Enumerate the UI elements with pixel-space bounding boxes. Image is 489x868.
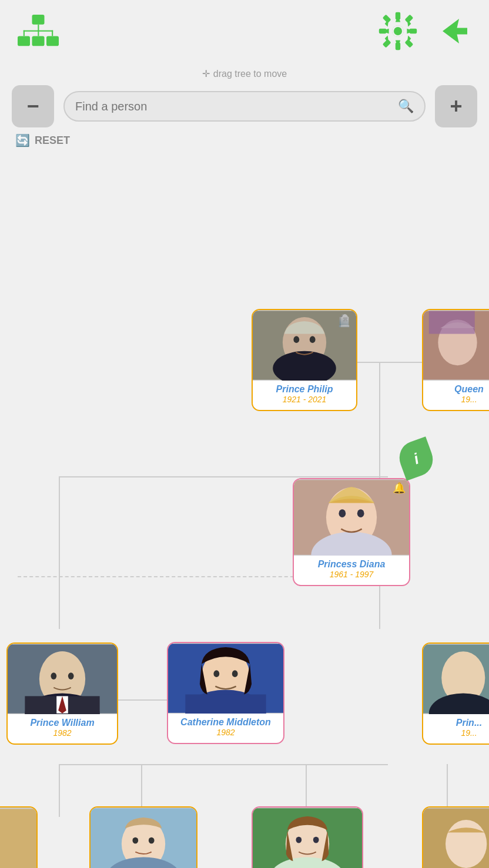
person-years: 1982 [53,728,71,738]
svg-rect-15 [410,29,417,33]
toolbar-row: − 🔍 + [12,85,477,127]
svg-point-41 [51,672,56,679]
person-card-catherine-middleton[interactable]: Catherine Middleton 1982 [167,642,284,744]
svg-rect-19 [404,39,413,48]
svg-rect-17 [404,15,413,23]
svg-point-48 [232,670,238,677]
svg-rect-18 [383,39,391,48]
person-photo [8,644,117,714]
search-icon: 🔍 [398,99,414,114]
svg-rect-16 [383,15,391,23]
person-card-prince-william[interactable]: Prince William 1982 [6,642,118,745]
reset-button[interactable]: 🔄 RESET [15,133,70,147]
reset-icon: 🔄 [15,133,30,147]
bell-badge: 🔔 [393,482,406,494]
app-header [0,0,489,65]
person-card-prince-philip[interactable]: 🪦 Prince Philip 1921 - 2021 [252,309,357,411]
search-input[interactable] [75,100,392,113]
person-card-prince2[interactable]: Prin... 19... [422,642,489,745]
svg-point-57 [149,837,155,844]
person-name: Queen [451,384,487,395]
person-photo: 🔔 [294,479,409,556]
person-card-queen[interactable]: Queen 19... [422,309,489,411]
svg-rect-3 [46,36,59,46]
svg-rect-1 [18,36,30,46]
dashed-connector [18,576,300,577]
svg-point-56 [132,837,138,844]
zoom-in-button[interactable]: + [435,85,477,127]
svg-point-26 [310,336,316,343]
person-name: Prince William [26,718,98,728]
svg-point-61 [296,837,302,843]
svg-point-64 [446,820,487,868]
search-bar-container: 🔍 [63,91,426,122]
family-tree-canvas: 🪦 Prince Philip 1921 - 2021 [0,153,489,868]
svg-rect-0 [32,15,45,25]
person-photo [91,808,196,868]
person-photo [168,643,283,714]
info-icon: i [394,436,437,481]
person-card-unknown-left[interactable] [0,806,38,868]
svg-point-21 [394,27,402,35]
person-photo [0,808,36,868]
svg-point-47 [213,670,219,677]
svg-point-33 [339,509,346,517]
deceased-badge: 🪦 [337,314,351,328]
svg-point-34 [357,509,364,517]
person-card-princess-charlotte[interactable]: Princess Charlotte 2015 [252,806,363,868]
person-name: Catherine Middleton [177,717,274,728]
settings-icon[interactable] [377,11,418,54]
drag-hint: ✛ drag tree to move [202,68,287,79]
connector-line [59,764,60,817]
move-icon: ✛ [202,68,210,79]
svg-rect-52 [0,809,36,868]
svg-rect-4 [38,25,39,31]
svg-rect-7 [38,31,39,36]
connector-line [59,476,60,629]
org-chart-icon[interactable] [18,11,59,54]
person-years: 19... [461,395,477,404]
svg-rect-6 [24,31,25,36]
person-photo: 🪦 [253,310,356,381]
header-right-icons [377,11,471,54]
person-name: Prin... [453,718,485,728]
connector-line [59,476,388,477]
person-photo [423,644,489,714]
person-years: 1961 - 1997 [330,570,374,579]
person-photo [253,808,362,868]
person-photo [423,808,489,868]
share-icon[interactable] [430,11,471,54]
zoom-out-button[interactable]: − [12,85,54,127]
person-photo [423,310,489,381]
svg-rect-29 [429,311,475,334]
svg-rect-12 [396,12,400,20]
connector-line [379,362,380,476]
person-name: Princess Diana [314,559,389,570]
toolbar: ✛ drag tree to move − 🔍 + 🔄 RESET [0,65,489,153]
info-bubble[interactable]: i [400,441,435,482]
person-card-princess-diana[interactable]: 🔔 Princess Diana 1961 - 1997 [293,478,410,586]
person-name: Prince Philip [273,384,337,395]
person-years: 19... [461,728,477,738]
connector-line [59,764,388,765]
svg-point-42 [68,672,74,679]
svg-rect-14 [379,29,387,33]
person-card-archie[interactable]: Archie M... 20... [422,806,489,868]
svg-rect-13 [396,43,400,51]
person-card-prince-louis[interactable]: Prince Louis 2018 [89,806,197,868]
svg-point-62 [313,837,319,843]
svg-point-25 [293,336,299,343]
svg-rect-8 [52,31,53,36]
person-years: 1982 [216,728,235,737]
person-years: 1921 - 2021 [283,395,327,404]
svg-rect-2 [32,36,45,46]
svg-rect-46 [185,694,266,714]
